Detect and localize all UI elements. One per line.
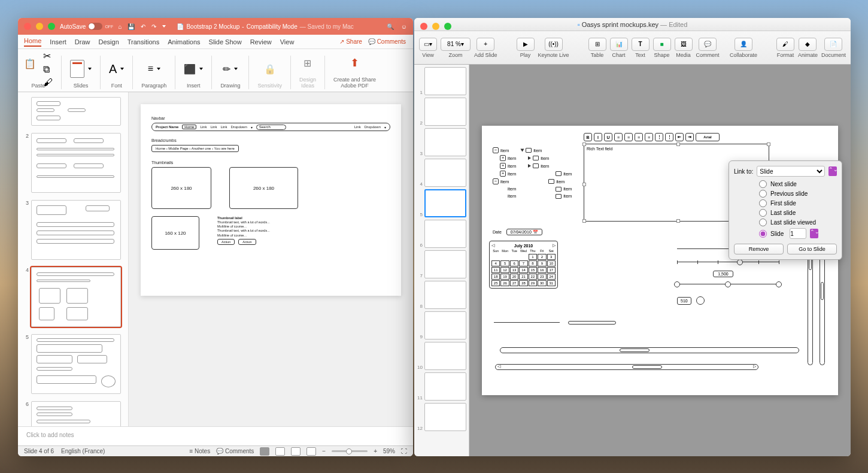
stepper-icon[interactable]: ⌃⌄ [810, 229, 818, 238]
keynote-live-btn[interactable]: ((•))Keynote Live [538, 38, 569, 58]
tab-home[interactable]: Home [24, 37, 41, 47]
key-thumb-3[interactable] [424, 128, 466, 156]
insert-group[interactable]: ⬛ Insert [184, 56, 203, 89]
account-icon[interactable]: ☺ [401, 23, 407, 30]
paste-group[interactable]: 📋✂⧉🖌 Paste [24, 56, 53, 89]
qat-dropdown-icon[interactable] [162, 25, 166, 28]
share-button[interactable]: ↗ Share [339, 38, 362, 45]
text-btn[interactable]: TText [632, 38, 650, 58]
key-thumb-6[interactable] [424, 220, 466, 248]
zoom-out-btn[interactable]: − [322, 448, 326, 454]
comments-button[interactable]: 💬 Comments [368, 38, 406, 45]
minimize-button[interactable] [432, 23, 439, 30]
document-btn[interactable]: 📄Document [821, 38, 846, 58]
comment-btn[interactable]: 💬Comment [696, 38, 720, 58]
design-ideas-group: ⊞ Design Ideas [299, 50, 316, 89]
key-thumb-9[interactable] [424, 311, 466, 339]
collaborate-btn[interactable]: 👤Collaborate [730, 38, 757, 58]
zoom-btn[interactable]: 81 % ▾Zoom [441, 38, 471, 58]
key-thumb-12[interactable] [424, 403, 466, 431]
align-center-icon: ≡ [624, 133, 633, 141]
radio-slide-number[interactable] [759, 230, 767, 238]
tab-draw[interactable]: Draw [75, 38, 90, 46]
tab-slideshow[interactable]: Slide Show [209, 38, 242, 46]
slideshow-view-btn[interactable] [306, 447, 316, 456]
radio-previous-slide[interactable] [759, 190, 767, 198]
save-icon[interactable]: 💾 [128, 23, 135, 30]
autosave-toggle[interactable]: AutoSave OFF [60, 23, 113, 30]
tab-view[interactable]: View [280, 38, 295, 46]
paragraph-group[interactable]: ≡ Paragraph [141, 56, 166, 89]
shape-btn[interactable]: ■Shape [653, 38, 671, 58]
tab-transitions[interactable]: Transitions [128, 38, 159, 46]
radio-next-slide[interactable] [759, 180, 767, 188]
drawing-group[interactable]: ✏ Drawing [220, 56, 240, 89]
tab-animations[interactable]: Animations [168, 38, 200, 46]
key-thumb-10[interactable] [424, 342, 466, 370]
slide-canvas[interactable]: Navbar Project Name Home Link Link Link … [141, 104, 401, 296]
fit-to-window-btn[interactable]: ⛶ [401, 448, 407, 454]
tab-design[interactable]: Design [99, 38, 119, 46]
slide-thumb-3[interactable] [31, 200, 121, 260]
key-thumb-7[interactable] [424, 250, 466, 278]
zoom-level[interactable]: 59% [383, 448, 395, 454]
slides-group[interactable]: Slides [70, 56, 92, 89]
sorter-view-btn[interactable] [275, 447, 285, 456]
slide-navigator[interactable]: 2 3 4 5 6 [18, 92, 129, 426]
maximize-button[interactable] [444, 23, 451, 30]
notes-pane[interactable]: Click to add notes [18, 426, 413, 445]
remove-link-button[interactable]: Remove [734, 244, 784, 254]
animate-btn[interactable]: ◆Animate [798, 38, 818, 58]
link-to-select[interactable]: Slide [757, 166, 825, 177]
notes-toggle[interactable]: ≡ Notes [189, 448, 210, 454]
redo-icon[interactable]: ↷ [151, 23, 156, 30]
ribbon: 📋✂⧉🖌 Paste Slides A Font ≡ Paragraph ⬛ I… [18, 49, 413, 92]
close-button[interactable] [24, 23, 31, 30]
slide-thumb-6[interactable] [31, 401, 121, 426]
slide-number-input[interactable] [790, 228, 806, 239]
key-thumb-8[interactable] [424, 281, 466, 309]
slide-thumb-5[interactable] [31, 334, 121, 394]
maximize-button[interactable] [48, 23, 55, 30]
media-btn[interactable]: 🖼Media [675, 38, 693, 58]
home-icon[interactable]: ⌂ [118, 23, 122, 30]
close-button[interactable] [420, 23, 427, 30]
minimize-button[interactable] [36, 23, 43, 30]
copy-icon[interactable]: ⧉ [43, 64, 53, 75]
bold-icon: B [584, 133, 592, 141]
key-thumb-5[interactable] [424, 189, 466, 217]
reading-view-btn[interactable] [291, 447, 301, 456]
tab-review[interactable]: Review [250, 38, 272, 46]
format-btn[interactable]: 🖌Format [776, 38, 794, 58]
chart-btn[interactable]: 📊Chart [610, 38, 628, 58]
goto-slide-button[interactable]: Go to Slide [787, 244, 837, 254]
language-indicator[interactable]: English (France) [61, 448, 105, 454]
slide-thumb-2[interactable] [31, 133, 121, 193]
font-group[interactable]: A Font [109, 56, 124, 89]
key-thumb-11[interactable] [424, 372, 466, 401]
slide-thumb-4[interactable] [31, 267, 121, 327]
comments-toggle[interactable]: 💬 Comments [216, 448, 254, 454]
key-thumb-4[interactable] [424, 159, 466, 187]
radio-first-slide[interactable] [759, 199, 767, 207]
zoom-in-btn[interactable]: + [374, 448, 377, 454]
clipboard-icon: 📋 [24, 58, 40, 80]
key-thumb-2[interactable] [424, 98, 466, 126]
zoom-slider[interactable] [332, 450, 368, 452]
play-btn[interactable]: ▶Play [517, 38, 535, 58]
add-slide-btn[interactable]: +Add Slide [474, 38, 497, 58]
tab-insert[interactable]: Insert [50, 38, 66, 46]
adobe-pdf-group[interactable]: ⬆ Create and Share Adobe PDF [333, 50, 376, 89]
key-slide-navigator[interactable]: 1 2 3 4 5 6 7 8 9 10 11 12 [414, 65, 469, 456]
radio-last-viewed[interactable] [759, 219, 767, 226]
undo-icon[interactable]: ↶ [141, 23, 145, 30]
radio-last-slide[interactable] [759, 209, 767, 217]
normal-view-btn[interactable] [260, 447, 269, 456]
view-btn[interactable]: ▭▾View [419, 38, 437, 58]
key-thumb-1[interactable] [424, 67, 466, 95]
ppt-titlebar: AutoSave OFF ⌂ 💾 ↶ ↷ 📄 Bootstrap 2 Mocku… [18, 18, 413, 35]
slide-thumb-1-partial[interactable] [31, 97, 121, 126]
table-btn[interactable]: ⊞Table [588, 38, 606, 58]
search-icon[interactable]: 🔍 [387, 23, 394, 30]
cut-icon[interactable]: ✂ [43, 50, 53, 62]
